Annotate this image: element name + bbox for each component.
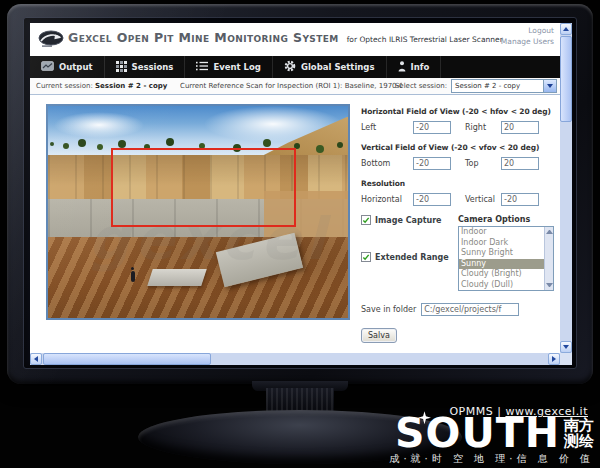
vfov-bottom-input[interactable] (413, 157, 451, 170)
list-item[interactable]: Indoor (459, 227, 544, 238)
reference-scan-text: Current Reference Scan for Inspection (R… (180, 82, 402, 90)
scroll-right-arrow[interactable] (548, 353, 560, 365)
nav-label: Global Settings (301, 62, 375, 72)
nav-item-sessions[interactable]: Sessions (105, 56, 186, 78)
browser-page: Gexcel Open Pit Mine Monitoring System f… (30, 23, 572, 365)
scroll-down-icon[interactable] (546, 283, 553, 287)
res-horizontal-label: Horizontal (361, 195, 413, 204)
vertical-scroll-thumb[interactable] (560, 36, 572, 122)
nav-label: Output (59, 62, 93, 72)
main-content: gexcel (30, 95, 560, 353)
camera-options-label: Camera Options (458, 215, 558, 224)
scroll-up-arrow[interactable] (560, 23, 572, 35)
main-nav: Output Sessions Event Log Global Setting… (30, 56, 560, 78)
person-icon (398, 61, 406, 74)
nav-label: Event Log (213, 62, 261, 72)
hfov-title: Horizontal Field of View (-20 < hfov < 2… (361, 107, 561, 116)
chevron-down-icon[interactable] (543, 80, 556, 92)
res-vertical-label: Vertical (465, 195, 501, 204)
nav-item-global-settings[interactable]: Global Settings (273, 56, 387, 78)
current-session-label: Current session: (36, 82, 93, 90)
image-capture-checkbox[interactable]: Image Capture (361, 215, 458, 225)
app-header: Gexcel Open Pit Mine Monitoring System f… (30, 23, 560, 56)
gear-icon (284, 60, 296, 74)
south-chinese-name: 南方 测绘 (564, 418, 594, 450)
nav-item-event-log[interactable]: Event Log (185, 56, 273, 78)
save-folder-label: Save in folder (361, 305, 416, 314)
cn-line: 测绘 (564, 434, 594, 450)
vfov-top-input[interactable] (501, 157, 539, 170)
extended-range-checkbox[interactable]: Extended Range (361, 252, 458, 262)
cloud-shape (54, 112, 144, 137)
res-horizontal-input[interactable] (413, 193, 451, 206)
nav-item-info[interactable]: Info (387, 56, 442, 78)
checkbox-checked-icon (361, 252, 371, 262)
left-label: Left (361, 123, 413, 132)
logout-link[interactable]: Logout (501, 26, 554, 37)
list-item[interactable]: Indoor Dark (459, 238, 544, 249)
nav-label: Info (411, 62, 430, 72)
scan-settings-panel: Horizontal Field of View (-20 < hfov < 2… (361, 107, 561, 343)
roi-selection-rectangle[interactable] (111, 148, 296, 226)
extended-range-label: Extended Range (375, 253, 449, 262)
machinery-shape (147, 269, 207, 286)
page-title: Gexcel Open Pit Mine Monitoring System (68, 30, 339, 45)
person-figure (131, 271, 135, 282)
list-icon (196, 61, 208, 73)
select-session-label: Select session: (395, 82, 447, 90)
hfov-left-input[interactable] (413, 121, 451, 134)
horizontal-scroll-thumb[interactable] (43, 353, 211, 365)
session-select[interactable]: Session # 2 - copy (451, 79, 557, 93)
scroll-up-icon[interactable] (546, 230, 553, 234)
listbox-scrollbar[interactable] (544, 227, 553, 290)
horizontal-scrollbar[interactable] (30, 353, 560, 365)
nav-item-output[interactable]: Output (30, 56, 105, 78)
chart-icon (41, 61, 54, 73)
south-branding: OPMMS | www.gexcel.it SOUTH 南方 测绘 成·就·时 … (354, 405, 594, 466)
scene: Gexcel Open Pit Mine Monitoring System f… (0, 0, 600, 468)
res-vertical-input[interactable] (501, 193, 539, 206)
south-logo-text: SOUTH (395, 416, 560, 451)
current-session-value: Session # 2 - copy (95, 82, 167, 90)
save-folder-input[interactable] (421, 303, 519, 316)
monitor-bezel: Gexcel Open Pit Mine Monitoring System f… (7, 4, 593, 384)
vertical-scrollbar[interactable] (560, 23, 572, 353)
list-item[interactable]: Sunny Bright (459, 248, 544, 259)
scroll-down-arrow[interactable] (560, 341, 572, 353)
nav-filler (441, 56, 560, 78)
list-item[interactable]: Cloudy (Dull) (459, 280, 544, 291)
scrollbar-corner (560, 353, 572, 365)
top-label: Top (465, 159, 501, 168)
status-bar: Current session: Session # 2 - copy Curr… (30, 78, 560, 95)
session-select-value: Session # 2 - copy (452, 82, 543, 90)
grid-icon (116, 61, 127, 74)
quarry-photo-viewer (46, 104, 350, 320)
manage-users-link[interactable]: Manage Users (501, 37, 554, 48)
vegetation-shapes (50, 142, 54, 146)
scroll-left-arrow[interactable] (30, 353, 42, 365)
page-subtitle: for Optech ILRIS Terrestrial Laser Scann… (347, 35, 503, 44)
image-capture-label: Image Capture (375, 216, 442, 225)
bottom-label: Bottom (361, 159, 413, 168)
camera-options-listbox[interactable]: Indoor Indoor Dark Sunny Bright Sunny Cl… (458, 226, 554, 291)
nav-label: Sessions (132, 62, 174, 72)
list-item-selected[interactable]: Sunny (459, 259, 544, 270)
vfov-title: Vertical Field of View (-20 < vfov < 20 … (361, 143, 561, 152)
gexcel-logo-icon (38, 30, 64, 52)
list-item[interactable]: Cloudy (Bright) (459, 269, 544, 280)
right-label: Right (465, 123, 501, 132)
save-button[interactable]: Salva (361, 328, 397, 343)
monitor-screen-frame: Gexcel Open Pit Mine Monitoring System f… (23, 17, 577, 369)
resolution-title: Resolution (361, 179, 561, 188)
hfov-right-input[interactable] (501, 121, 539, 134)
checkbox-checked-icon (361, 215, 371, 225)
